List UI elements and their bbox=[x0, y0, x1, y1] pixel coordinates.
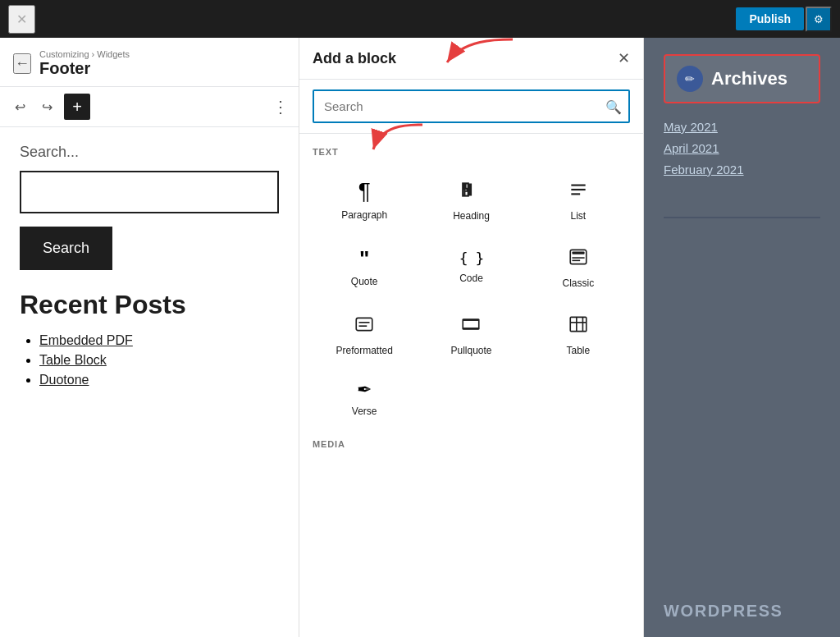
code-block[interactable]: { } Code bbox=[419, 234, 523, 298]
preformatted-label: Preformatted bbox=[336, 345, 392, 356]
classic-label: Classic bbox=[562, 277, 594, 289]
search-input-wrapper: 🔍 bbox=[313, 89, 630, 123]
recent-posts-title: Recent Posts bbox=[20, 290, 279, 320]
table-block[interactable]: Table bbox=[527, 301, 630, 365]
list-block[interactable]: List bbox=[527, 167, 630, 231]
publish-settings-button[interactable]: ⚙ bbox=[806, 7, 832, 32]
archives-list: May 2021 April 2021 February 2021 bbox=[664, 120, 820, 184]
code-label: Code bbox=[459, 273, 483, 284]
list-item: Embedded PDF bbox=[39, 333, 279, 348]
redo-button[interactable]: ↪ bbox=[37, 96, 57, 118]
more-options-button[interactable]: ⋮ bbox=[272, 97, 289, 117]
archives-icon-circle: ✏ bbox=[677, 66, 703, 92]
sidebar-toolbar: ↩ ↪ + ⋮ bbox=[0, 87, 299, 127]
verse-block[interactable]: ✒ Verse bbox=[313, 369, 416, 426]
heading-icon: H bbox=[460, 179, 482, 204]
text-blocks-grid: ¶ Paragraph H Heading bbox=[313, 167, 630, 426]
pullquote-icon bbox=[460, 314, 482, 338]
list-item: Duotone bbox=[39, 373, 279, 387]
classic-icon bbox=[568, 246, 589, 271]
paragraph-block[interactable]: ¶ Paragraph bbox=[313, 167, 416, 231]
archive-link[interactable]: February 2021 bbox=[664, 163, 744, 176]
pullquote-label: Pullquote bbox=[450, 345, 491, 356]
undo-button[interactable]: ↩ bbox=[10, 96, 30, 118]
svg-rect-17 bbox=[570, 317, 587, 331]
search-widget-label: Search... bbox=[20, 144, 279, 161]
search-submit-icon[interactable]: 🔍 bbox=[605, 99, 622, 114]
quote-label: Quote bbox=[351, 276, 378, 287]
publish-button[interactable]: Publish bbox=[736, 7, 804, 30]
panel-search-area: 🔍 bbox=[299, 80, 643, 134]
paragraph-label: Paragraph bbox=[341, 209, 387, 221]
quote-icon: " bbox=[359, 248, 369, 269]
panel-title: Add a block bbox=[313, 50, 396, 67]
code-icon: { } bbox=[459, 251, 484, 266]
recent-posts-list: Embedded PDF Table Block Duotone bbox=[20, 333, 279, 387]
search-widget-box[interactable] bbox=[20, 171, 279, 213]
verse-icon: ✒ bbox=[357, 381, 372, 399]
add-block-panel: Add a block ✕ 🔍 bbox=[299, 38, 644, 637]
post-link[interactable]: Table Block bbox=[39, 353, 107, 367]
table-label: Table bbox=[566, 345, 590, 356]
add-block-toolbar-button[interactable]: + bbox=[64, 94, 90, 120]
breadcrumb-area: Customizing › Widgets Footer bbox=[39, 49, 285, 78]
classic-block[interactable]: Classic bbox=[527, 234, 630, 298]
pullquote-block[interactable]: Pullquote bbox=[419, 301, 523, 365]
wordpress-label: WORDPRESS bbox=[664, 602, 820, 621]
verse-label: Verse bbox=[352, 406, 377, 417]
archives-edit-icon: ✏ bbox=[685, 72, 695, 85]
publish-label: Publish bbox=[749, 12, 791, 25]
list-label: List bbox=[570, 210, 586, 222]
block-search-input[interactable] bbox=[313, 89, 630, 123]
svg-text:H: H bbox=[463, 184, 472, 198]
back-button[interactable]: ← bbox=[13, 53, 31, 74]
sidebar-title: Footer bbox=[39, 59, 285, 78]
post-link[interactable]: Embedded PDF bbox=[39, 333, 133, 347]
media-section-label: MEDIA bbox=[313, 439, 630, 449]
archives-widget: ✏ Archives bbox=[664, 54, 820, 103]
right-panel: ✏ Archives May 2021 April 2021 February … bbox=[644, 38, 840, 637]
breadcrumb: Customizing › Widgets bbox=[39, 49, 285, 59]
panel-content: TEXT ¶ Paragraph H Heading bbox=[299, 134, 643, 637]
svg-rect-11 bbox=[356, 318, 372, 330]
archive-link[interactable]: May 2021 bbox=[664, 120, 718, 134]
preformatted-icon bbox=[354, 314, 375, 338]
close-editor-button[interactable]: ✕ bbox=[8, 5, 35, 34]
svg-rect-14 bbox=[463, 320, 480, 329]
svg-rect-8 bbox=[572, 252, 584, 254]
search-widget-button[interactable]: Search bbox=[20, 227, 112, 270]
text-section-label: TEXT bbox=[313, 147, 630, 157]
archives-title: Archives bbox=[711, 68, 788, 89]
gear-icon: ⚙ bbox=[814, 13, 824, 25]
preformatted-block[interactable]: Preformatted bbox=[313, 301, 416, 365]
quote-block[interactable]: " Quote bbox=[313, 234, 416, 298]
heading-label: Heading bbox=[453, 210, 490, 222]
list-icon bbox=[568, 179, 589, 204]
list-item: May 2021 bbox=[664, 120, 820, 135]
panel-close-button[interactable]: ✕ bbox=[618, 49, 630, 67]
divider bbox=[664, 217, 820, 218]
sidebar-content: Search... Search Recent Posts Embedded P… bbox=[0, 127, 299, 637]
panel-title-text: Add a block bbox=[313, 50, 396, 67]
table-icon bbox=[568, 314, 589, 338]
panel-header: Add a block ✕ bbox=[299, 38, 643, 80]
list-item: Table Block bbox=[39, 353, 279, 368]
list-item: April 2021 bbox=[664, 141, 820, 156]
post-link[interactable]: Duotone bbox=[39, 373, 89, 387]
archive-link[interactable]: April 2021 bbox=[664, 141, 719, 155]
main-layout: ← Customizing › Widgets Footer ↩ ↪ + ⋮ S… bbox=[0, 38, 840, 637]
top-bar: ✕ Publish ⚙ bbox=[0, 0, 840, 38]
left-sidebar: ← Customizing › Widgets Footer ↩ ↪ + ⋮ S… bbox=[0, 38, 299, 637]
list-item: February 2021 bbox=[664, 163, 820, 177]
paragraph-icon: ¶ bbox=[358, 180, 371, 203]
sidebar-header: ← Customizing › Widgets Footer bbox=[0, 38, 299, 87]
heading-block[interactable]: H Heading bbox=[419, 167, 523, 231]
